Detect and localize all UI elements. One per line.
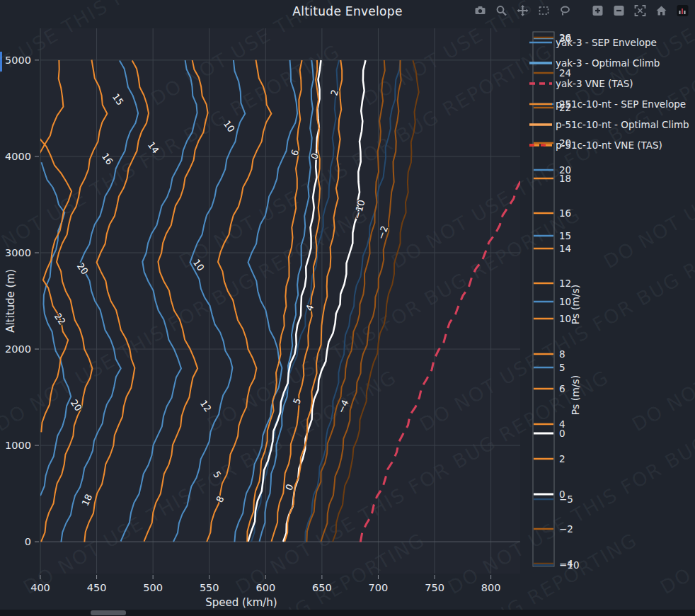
x-tick-label: 450 xyxy=(87,582,107,593)
y-tick-label: 0 xyxy=(25,536,31,547)
colorbar-tick-label: 5 xyxy=(559,362,565,373)
x-tick-label: 700 xyxy=(369,582,389,593)
contour-plot-canvas[interactable]: DO NOT USE THIS FOR BUG REPORTINGDO NOT … xyxy=(0,0,695,616)
legend-item[interactable]: yak-3 VNE (TAS) xyxy=(529,78,633,89)
colorbar-tick-label: 2 xyxy=(559,453,565,464)
altitude-envelope-figure: Altitude Envelope DO NOT USE THIS FOR BU… xyxy=(0,0,695,616)
bottom-scrollbar-track xyxy=(0,610,695,616)
colorbar: 30262425222020181615141210108564020−5−2−… xyxy=(533,32,581,571)
legend-item-label: yak-3 - SEP Envelope xyxy=(556,37,657,48)
colorbar-axis-title: Ps (m/s) xyxy=(570,375,581,416)
x-tick-label: 750 xyxy=(425,582,444,593)
colorbar-tick-label: −10 xyxy=(559,559,580,571)
colorbar-tick-label: 15 xyxy=(559,230,571,241)
y-tick-label: 1000 xyxy=(5,440,31,451)
colorbar-tick-label: 0 xyxy=(559,428,565,439)
x-tick-label: 600 xyxy=(255,582,275,593)
colorbar-tick-label: −2 xyxy=(559,523,573,535)
x-tick-label: 400 xyxy=(30,582,50,593)
colorbar-tick-label: 8 xyxy=(559,348,565,360)
legend-item-label: p-51c-10-nt VNE (TAS) xyxy=(556,139,662,151)
x-tick-label: 650 xyxy=(312,582,332,593)
x-axis-title: Speed (km/h) xyxy=(205,596,277,609)
legend-item-label: p-51c-10-nt - SEP Envelope xyxy=(556,98,686,110)
legend-item-label: yak-3 - Optimal Climb xyxy=(556,57,660,69)
y-tick-label: 3000 xyxy=(5,247,31,258)
colorbar-tick-label: 14 xyxy=(559,243,571,254)
x-tick-label: 500 xyxy=(143,582,163,593)
legend-item[interactable]: p-51c-10-nt VNE (TAS) xyxy=(529,139,662,151)
colorbar-axis-title: Ps (m/s) xyxy=(570,285,581,325)
y-axis-title: Altitude (m) xyxy=(4,269,17,333)
colorbar-tick-label: 6 xyxy=(559,383,565,394)
colorbar-tick-label: −5 xyxy=(559,494,573,505)
legend-item-label: p-51c-10-nt - Optimal Climb xyxy=(556,119,689,130)
colorbar-tick-label: 18 xyxy=(559,173,571,184)
colorbar-tick-label: 16 xyxy=(559,207,571,219)
legend-item-label: yak-3 VNE (TAS) xyxy=(556,78,633,89)
bottom-scrollbar-thumb[interactable] xyxy=(91,610,126,615)
y-tick-label: 4000 xyxy=(5,151,31,162)
y-tick-label: 5000 xyxy=(5,55,31,66)
legend-item[interactable]: p-51c-10-nt - Optimal Climb xyxy=(529,119,689,130)
y-tick-label: 2000 xyxy=(5,343,31,355)
colorbar-tick-label: 24 xyxy=(559,67,571,79)
x-tick-label: 550 xyxy=(200,582,219,593)
x-tick-label: 800 xyxy=(481,582,501,593)
